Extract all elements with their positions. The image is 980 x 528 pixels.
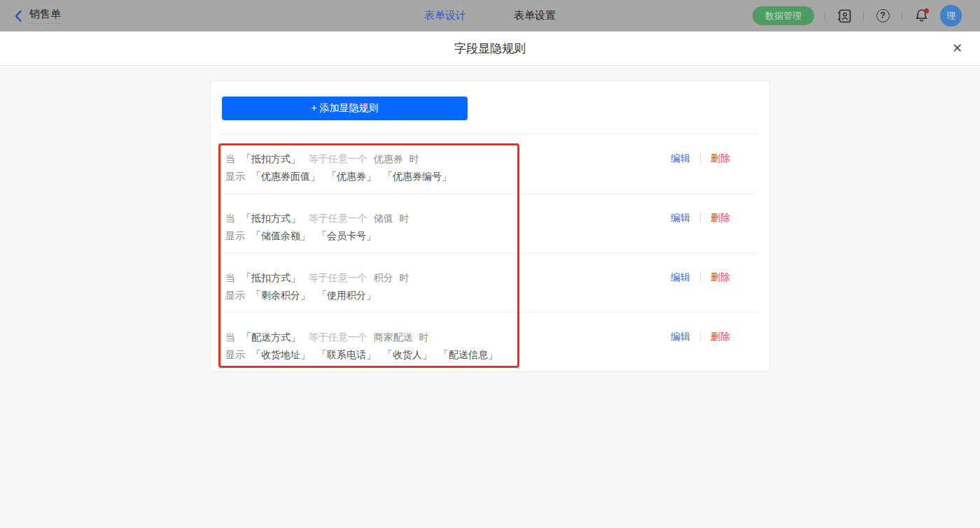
rule-row: 当 「抵扣方式」 等于任意一个 优惠券 时 显示 「优惠券面值」「优惠券」「优惠…: [222, 134, 758, 194]
rule-when: 当: [225, 153, 235, 164]
rule-condition-field: 「配送方式」: [241, 331, 300, 343]
header-tabs: 表单设计 表单设置: [424, 0, 556, 31]
rule-when-suffix: 时: [400, 272, 410, 283]
help-icon[interactable]: ?: [874, 8, 891, 24]
rule-condition-line: 当 「抵扣方式」 等于任意一个 积分 时: [225, 269, 671, 287]
delete-button[interactable]: 删除: [710, 211, 730, 224]
delete-button[interactable]: 删除: [710, 151, 730, 165]
rule-condition-line: 当 「抵扣方式」 等于任意一个 储值 时: [225, 210, 671, 227]
rule-value: 商家配送: [374, 331, 413, 343]
rule-condition-field: 「抵扣方式」: [241, 153, 300, 164]
header-divider: [863, 10, 864, 21]
header-divider: [902, 10, 902, 21]
close-icon[interactable]: ✕: [952, 42, 962, 55]
rule-show-field: 「联系电话」: [317, 349, 376, 360]
rule-operator: 等于任意一个: [309, 213, 368, 224]
rule-condition-line: 当 「配送方式」 等于任意一个 商家配送 时: [225, 329, 671, 346]
rule-show-field: 「使用积分」: [317, 290, 376, 301]
rule-show-field: 「剩余积分」: [251, 290, 310, 301]
edit-button[interactable]: 编辑: [671, 329, 690, 343]
rule-actions: 编辑 删除: [671, 270, 730, 284]
rule-description: 当 「抵扣方式」 等于任意一个 积分 时 显示 「剩余积分」「使用积分」: [225, 269, 671, 304]
rule-actions: 编辑 删除: [671, 211, 730, 224]
rule-show-field: 「优惠券」: [327, 171, 376, 182]
rule-when: 当: [225, 213, 235, 224]
rule-show-fields: 「剩余积分」「使用积分」: [251, 290, 383, 301]
rules-list: 当 「抵扣方式」 等于任意一个 优惠券 时 显示 「优惠券面值」「优惠券」「优惠…: [222, 134, 758, 372]
modal-header: 字段显隐规则 ✕: [0, 31, 980, 66]
rule-operator: 等于任意一个: [309, 272, 368, 283]
rule-actions: 编辑 删除: [671, 151, 730, 165]
field-visibility-modal: 字段显隐规则 ✕ + 添加显隐规则 当 「抵扣方式」 等于任意一个 优惠券 时 …: [0, 31, 980, 528]
rule-condition-line: 当 「抵扣方式」 等于任意一个 优惠券 时: [225, 150, 671, 168]
rule-show-line: 显示 「优惠券面值」「优惠券」「优惠券编号」: [225, 168, 671, 185]
rules-card: + 添加显隐规则 当 「抵扣方式」 等于任意一个 优惠券 时 显示 「优惠券面值…: [210, 80, 770, 371]
rule-description: 当 「抵扣方式」 等于任意一个 优惠券 时 显示 「优惠券面值」「优惠券」「优惠…: [225, 150, 671, 185]
action-divider: [700, 213, 701, 222]
add-rule-button[interactable]: + 添加显隐规则: [222, 97, 468, 120]
rule-value: 积分: [374, 272, 393, 283]
rule-value: 优惠券: [374, 153, 403, 164]
rule-show-field: 「优惠券编号」: [383, 171, 451, 182]
rule-row: 当 「抵扣方式」 等于任意一个 储值 时 显示 「储值余额」「会员卡号」 编辑 …: [222, 194, 758, 253]
rule-show-fields: 「收货地址」「联系电话」「收货人」「配送信息」: [251, 349, 505, 360]
rule-condition-field: 「抵扣方式」: [241, 213, 300, 224]
edit-button[interactable]: 编辑: [671, 270, 690, 284]
rule-show-field: 「收货地址」: [251, 349, 310, 360]
rule-show-prefix: 显示: [225, 230, 245, 241]
action-divider: [700, 272, 701, 282]
rule-description: 当 「抵扣方式」 等于任意一个 储值 时 显示 「储值余额」「会员卡号」: [225, 210, 671, 245]
rule-show-line: 显示 「收货地址」「联系电话」「收货人」「配送信息」: [225, 346, 671, 364]
rule-show-field: 「储值余额」: [251, 230, 310, 241]
rule-show-field: 「配送信息」: [439, 349, 498, 360]
rule-operator: 等于任意一个: [309, 331, 368, 343]
rule-condition-field: 「抵扣方式」: [241, 272, 300, 283]
delete-button[interactable]: 删除: [710, 270, 730, 284]
header-divider: [825, 10, 825, 21]
edit-button[interactable]: 编辑: [671, 151, 690, 165]
rule-row: 当 「配送方式」 等于任意一个 商家配送 时 显示 「收货地址」「联系电话」「收…: [222, 313, 758, 372]
rule-actions: 编辑 删除: [671, 329, 730, 343]
data-manage-button[interactable]: 数据管理: [752, 6, 814, 25]
notification-bell-icon[interactable]: [913, 8, 930, 24]
tab-form-settings[interactable]: 表单设置: [514, 9, 556, 22]
rule-when: 当: [225, 331, 235, 343]
rule-value: 储值: [374, 213, 393, 224]
back-chevron-icon[interactable]: [14, 10, 22, 22]
notification-badge: [924, 8, 929, 13]
rule-show-line: 显示 「剩余积分」「使用积分」: [225, 287, 671, 304]
rule-when-suffix: 时: [419, 331, 429, 343]
rule-description: 当 「配送方式」 等于任意一个 商家配送 时 显示 「收货地址」「联系电话」「收…: [225, 329, 671, 364]
delete-button[interactable]: 删除: [710, 329, 730, 343]
rule-row: 当 「抵扣方式」 等于任意一个 积分 时 显示 「剩余积分」「使用积分」 编辑 …: [222, 253, 758, 313]
rule-show-fields: 「优惠券面值」「优惠券」「优惠券编号」: [251, 171, 458, 182]
rule-show-prefix: 显示: [225, 171, 245, 182]
avatar[interactable]: 理: [940, 5, 962, 27]
rule-show-line: 显示 「储值余额」「会员卡号」: [225, 227, 671, 245]
rule-when-suffix: 时: [410, 153, 419, 164]
rule-show-prefix: 显示: [225, 349, 245, 360]
modal-title: 字段显隐规则: [454, 41, 526, 57]
header-left: 销售单: [0, 8, 61, 24]
rule-when: 当: [225, 272, 235, 283]
edit-button[interactable]: 编辑: [671, 211, 690, 224]
rule-show-fields: 「储值余额」「会员卡号」: [251, 230, 383, 241]
contacts-icon[interactable]: [836, 8, 853, 24]
action-divider: [700, 331, 701, 341]
tab-form-design[interactable]: 表单设计: [424, 9, 466, 22]
action-divider: [700, 153, 701, 163]
header-right: 数据管理 ? 理: [752, 5, 980, 27]
form-title[interactable]: 销售单: [29, 8, 61, 24]
rule-show-field: 「收货人」: [383, 349, 432, 360]
rule-operator: 等于任意一个: [309, 153, 368, 164]
app-header: 销售单 表单设计 表单设置 数据管理 ?: [0, 0, 980, 31]
rule-when-suffix: 时: [400, 213, 410, 224]
rule-show-field: 「优惠券面值」: [251, 171, 320, 182]
rule-show-field: 「会员卡号」: [317, 230, 376, 241]
help-glyph: ?: [876, 9, 890, 22]
rule-show-prefix: 显示: [225, 290, 245, 301]
